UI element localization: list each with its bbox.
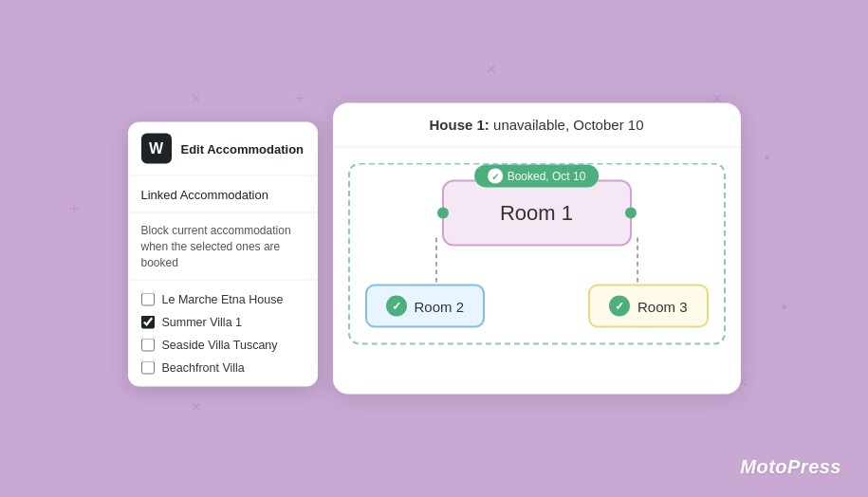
checkbox-3[interactable] [141, 361, 155, 375]
room1-label: Room 1 [500, 201, 573, 225]
wp-logo: W [141, 134, 172, 164]
block-description: Block current accommodation when the sel… [128, 213, 318, 281]
diagram-header: House 1: unavailable, October 10 [333, 103, 741, 148]
diagram-body: Booked, Oct 10 Room 1 [333, 148, 741, 395]
room2-check-icon [386, 296, 407, 317]
checkbox-item-1[interactable]: Summer Villa 1 [128, 311, 318, 334]
room2-box: Room 2 [365, 285, 486, 328]
bg-symbol-9: × [191, 397, 201, 417]
checkbox-label-1: Summer Villa 1 [162, 316, 243, 329]
checkbox-label-2: Seaside Villa Tuscany [162, 339, 278, 352]
linked-accommodation-row[interactable]: Linked Accommodation [128, 176, 318, 213]
linked-accommodation-text: Linked Accommodation [141, 188, 268, 202]
room1-box: Booked, Oct 10 Room 1 [442, 180, 632, 247]
room1-wrapper: Booked, Oct 10 Room 1 [365, 180, 709, 247]
checkbox-2[interactable] [141, 339, 155, 352]
edit-accommodation-label: Edit Accommodation [181, 141, 305, 156]
bg-symbol-6: • [764, 149, 769, 169]
diagram-title-bold: House 1: [430, 117, 489, 133]
room3-label: Room 3 [637, 298, 688, 314]
booked-badge: Booked, Oct 10 [474, 165, 600, 188]
checkbox-item-0[interactable]: Le Marche Etna House [128, 288, 318, 311]
sidebar-top: W Edit Accommodation [128, 122, 318, 176]
room3-check-icon [609, 296, 630, 317]
bg-symbol-11: + [69, 199, 80, 219]
room1-dot-right [625, 208, 637, 219]
room2-label: Room 2 [415, 298, 465, 314]
motopress-brand: MotoPress [740, 456, 841, 478]
checkbox-label-3: Beachfront Villa [162, 361, 245, 375]
diagram-panel: House 1: unavailable, October 10 Booked,… [333, 103, 741, 395]
diagram-title-rest: unavailable, October 10 [489, 117, 644, 133]
bottom-row: Room 2 Room 3 [365, 285, 709, 328]
sidebar-panel: W Edit Accommodation Linked Accommodatio… [128, 122, 318, 387]
outer-dashed-container: Booked, Oct 10 Room 1 [348, 163, 726, 345]
checkbox-1[interactable] [141, 316, 155, 329]
booked-badge-text: Booked, Oct 10 [508, 170, 586, 183]
checkbox-list: Le Marche Etna House Summer Villa 1 Seas… [128, 281, 318, 387]
motopress-text: MotoPress [740, 456, 841, 477]
main-container: W Edit Accommodation Linked Accommodatio… [128, 103, 741, 395]
checkbox-label-0: Le Marche Etna House [162, 293, 284, 306]
diagram-title: House 1: unavailable, October 10 [430, 117, 644, 133]
wp-logo-text: W [149, 140, 163, 157]
room3-box: Room 3 [588, 285, 709, 328]
bg-symbol-7: • [782, 298, 787, 318]
checkbox-item-3[interactable]: Beachfront Villa [128, 357, 318, 379]
checkbox-0[interactable] [141, 293, 155, 306]
checkbox-item-2[interactable]: Seaside Villa Tuscany [128, 334, 318, 357]
booked-check-icon [488, 169, 503, 184]
bg-symbol-4: × [486, 60, 496, 80]
room1-dot-left [437, 208, 449, 219]
